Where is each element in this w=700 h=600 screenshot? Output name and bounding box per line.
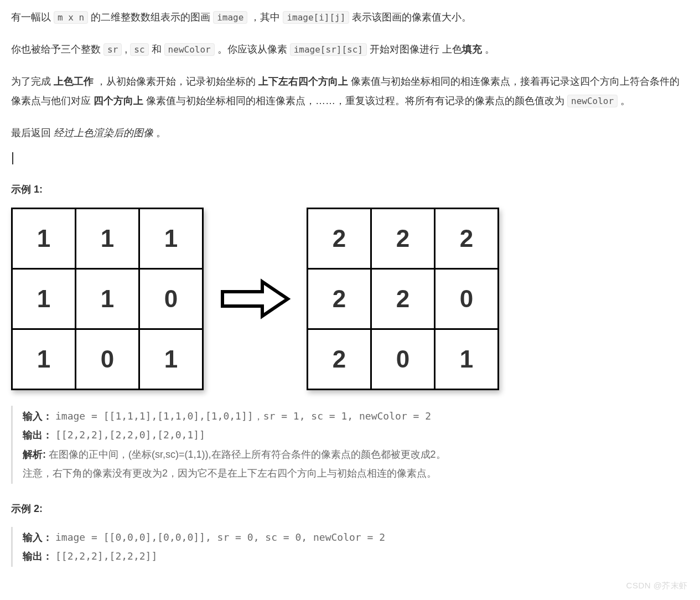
code-inline: sr [103, 43, 122, 56]
text-cursor-icon [12, 152, 13, 164]
text-bold: 填充 [462, 44, 482, 55]
output-value: [[2,2,2],[2,2,2]] [55, 550, 157, 562]
code-inline: image [213, 11, 247, 24]
code-inline: m x n [54, 11, 88, 24]
input-value: image = [[1,1,1],[1,1,0],[1,0,1]]，sr = 1… [55, 410, 431, 422]
text: 。 [620, 95, 630, 106]
desc-paragraph-2: 你也被给予三个整数 sr , sc 和 newColor 。你应该从像素 ima… [11, 40, 689, 59]
explain-note: 注意，右下角的像素没有更改为2，因为它不是在上下左右四个方向上与初始点相连的像素… [23, 464, 689, 483]
text: 有一幅以 [11, 12, 54, 23]
example-2-block: 输入： image = [[0,0,0],[0,0,0]], sr = 0, s… [11, 527, 689, 567]
input-label: 输入： [23, 411, 53, 422]
output-label: 输出： [23, 551, 53, 562]
grid-cell: 1 [12, 329, 76, 390]
grid-cell: 1 [12, 209, 76, 269]
arrow-right-icon [219, 274, 291, 324]
grid-cell: 1 [76, 209, 139, 269]
explain-label: 解析: [23, 449, 49, 460]
text: 表示该图画的像素值大小。 [352, 12, 471, 23]
grid-cell: 2 [435, 209, 499, 269]
explain-value: 在图像的正中间，(坐标(sr,sc)=(1,1)),在路径上所有符合条件的像素点… [49, 449, 446, 460]
text-bold: 上下左右四个方向上 [258, 76, 348, 87]
grid-cell: 2 [371, 269, 435, 329]
input-value: image = [[0,0,0],[0,0,0]], sr = 0, sc = … [55, 531, 385, 543]
text: 的二维整数数组表示的图画 [91, 12, 213, 23]
svg-marker-0 [222, 282, 288, 316]
text: 像素值与初始坐标相同的相连像素点，……，重复该过程。将所有有记录的像素点的颜色值… [146, 95, 567, 106]
text: 开始对图像进行 上色 [370, 44, 462, 55]
text: 最后返回 [11, 127, 54, 138]
output-value: [[2,2,2],[2,2,0],[2,0,1]] [55, 429, 205, 441]
text: 和 [152, 44, 164, 55]
grid-cell: 1 [139, 329, 203, 390]
text-italic: 经过上色渲染后的图像 [54, 127, 153, 138]
output-label: 输出： [23, 430, 53, 441]
text-bold: 上色工作 [54, 76, 94, 87]
text: 。 [156, 127, 166, 138]
code-inline: sc [130, 43, 148, 56]
grid-cell: 0 [435, 269, 499, 329]
text-bold: 四个方向上 [94, 95, 143, 106]
desc-paragraph-4: 最后返回 经过上色渲染后的图像 。 [11, 123, 689, 142]
example-1-block: 输入： image = [[1,1,1],[1,1,0],[1,0,1]]，sr… [11, 406, 689, 484]
desc-paragraph-3: 为了完成 上色工作 ，从初始像素开始，记录初始坐标的 上下左右四个方向上 像素值… [11, 72, 689, 110]
desc-paragraph-1: 有一幅以 m x n 的二维整数数组表示的图画 image ，其中 image[… [11, 8, 689, 27]
grid-cell: 2 [308, 329, 371, 390]
example-1-title: 示例 1: [11, 180, 689, 199]
grid-cell: 1 [435, 329, 499, 390]
text: ，其中 [250, 12, 283, 23]
grid-cell: 0 [371, 329, 435, 390]
watermark-text: CSDN @芥末虾 [626, 578, 688, 592]
grid-cell: 1 [76, 269, 139, 329]
code-inline: newColor [567, 95, 618, 107]
example-2-title: 示例 2: [11, 499, 689, 518]
grid-cell: 2 [308, 209, 371, 269]
code-inline: image[i][j] [283, 11, 349, 24]
text: , [125, 44, 130, 55]
grid-cell: 1 [12, 269, 76, 329]
grid-cell: 0 [139, 269, 203, 329]
text: 。你应该从像素 [217, 44, 290, 55]
input-label: 输入： [23, 532, 53, 543]
code-inline: newColor [164, 43, 215, 56]
output-grid: 222220201 [307, 208, 499, 390]
text: 。 [482, 44, 495, 55]
text: 为了完成 [11, 76, 54, 87]
flood-fill-diagram: 111110101 222220201 [11, 208, 689, 390]
grid-cell: 2 [308, 269, 371, 329]
grid-cell: 2 [371, 209, 435, 269]
code-inline: image[sr][sc] [290, 43, 367, 56]
input-grid: 111110101 [11, 208, 204, 390]
grid-cell: 0 [76, 329, 139, 390]
text: ，从初始像素开始，记录初始坐标的 [96, 76, 258, 87]
grid-cell: 1 [139, 209, 203, 269]
text: 你也被给予三个整数 [11, 44, 103, 55]
